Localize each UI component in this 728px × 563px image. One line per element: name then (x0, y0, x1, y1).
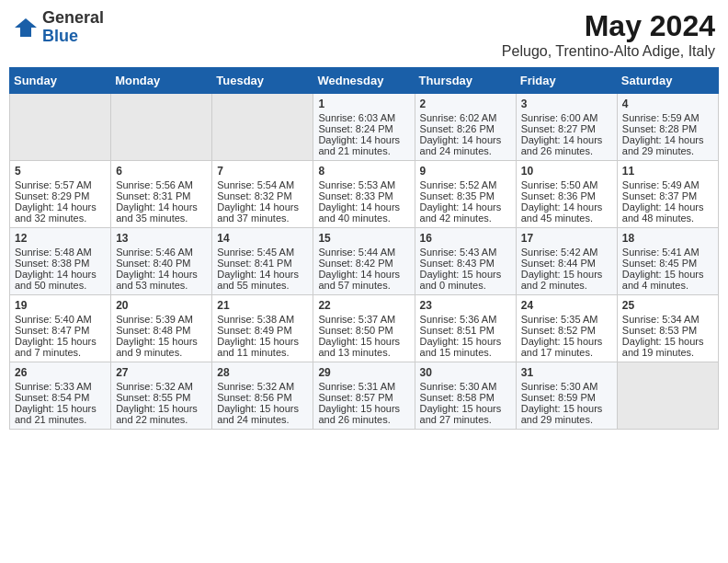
day-number: 11 (622, 165, 713, 178)
cell-text: Sunset: 8:50 PM (318, 325, 409, 336)
cell-text: Sunset: 8:47 PM (15, 325, 106, 336)
cell-text: Daylight: 14 hours and 45 minutes. (521, 201, 612, 224)
cell-text: Daylight: 14 hours and 57 minutes. (318, 269, 409, 291)
cell-text: Sunset: 8:57 PM (318, 392, 409, 403)
cell-text: Sunrise: 5:52 AM (420, 179, 511, 190)
header-cell-monday: Monday (111, 68, 212, 94)
calendar-cell: 25Sunrise: 5:34 AMSunset: 8:53 PMDayligh… (617, 295, 718, 362)
cell-text: Daylight: 14 hours and 32 minutes. (15, 201, 106, 224)
cell-text: Daylight: 14 hours and 35 minutes. (116, 201, 207, 224)
cell-text: Sunrise: 5:30 AM (521, 381, 612, 392)
day-number: 25 (622, 299, 713, 312)
cell-text: Daylight: 14 hours and 55 minutes. (217, 269, 308, 291)
day-number: 9 (420, 165, 511, 178)
calendar-cell: 18Sunrise: 5:41 AMSunset: 8:45 PMDayligh… (617, 228, 718, 295)
calendar-cell: 22Sunrise: 5:37 AMSunset: 8:50 PMDayligh… (313, 295, 415, 362)
calendar-cell: 31Sunrise: 5:30 AMSunset: 8:59 PMDayligh… (516, 362, 617, 430)
calendar-cell (10, 94, 111, 161)
cell-text: Sunset: 8:31 PM (116, 190, 207, 201)
cell-text: Daylight: 14 hours and 53 minutes. (116, 269, 207, 291)
logo-text: General Blue (42, 9, 104, 46)
cell-text: Sunset: 8:38 PM (15, 258, 106, 269)
cell-text: Daylight: 15 hours and 29 minutes. (521, 403, 612, 425)
calendar-cell: 23Sunrise: 5:36 AMSunset: 8:51 PMDayligh… (415, 295, 516, 362)
calendar-cell: 29Sunrise: 5:31 AMSunset: 8:57 PMDayligh… (313, 362, 415, 430)
cell-text: Sunrise: 5:50 AM (521, 179, 612, 190)
cell-text: Sunrise: 5:34 AM (622, 314, 713, 325)
cell-text: Daylight: 14 hours and 29 minutes. (622, 134, 713, 156)
header-cell-sunday: Sunday (10, 68, 111, 94)
cell-text: Sunrise: 5:42 AM (521, 247, 612, 258)
cell-text: Sunset: 8:54 PM (15, 392, 106, 403)
day-number: 27 (116, 366, 207, 379)
logo-icon (13, 15, 39, 40)
cell-text: Sunset: 8:48 PM (116, 325, 207, 336)
calendar-cell (212, 94, 313, 161)
cell-text: Sunrise: 5:48 AM (15, 247, 106, 258)
cell-text: Daylight: 15 hours and 26 minutes. (318, 403, 409, 425)
cell-text: Daylight: 15 hours and 9 minutes. (116, 336, 207, 358)
calendar-body: 1Sunrise: 6:03 AMSunset: 8:24 PMDaylight… (10, 94, 719, 430)
cell-text: Sunrise: 5:40 AM (15, 314, 106, 325)
calendar-cell: 9Sunrise: 5:52 AMSunset: 8:35 PMDaylight… (415, 161, 516, 228)
header-row: SundayMondayTuesdayWednesdayThursdayFrid… (10, 68, 719, 94)
day-number: 21 (217, 299, 308, 312)
cell-text: Daylight: 15 hours and 22 minutes. (116, 403, 207, 425)
day-number: 22 (318, 299, 409, 312)
calendar-cell: 24Sunrise: 5:35 AMSunset: 8:52 PMDayligh… (516, 295, 617, 362)
day-number: 18 (622, 232, 713, 245)
calendar-week-2: 5Sunrise: 5:57 AMSunset: 8:29 PMDaylight… (10, 161, 719, 228)
cell-text: Daylight: 15 hours and 7 minutes. (15, 336, 106, 358)
cell-text: Sunrise: 5:36 AM (420, 314, 511, 325)
calendar-cell: 2Sunrise: 6:02 AMSunset: 8:26 PMDaylight… (415, 94, 516, 161)
calendar-cell: 7Sunrise: 5:54 AMSunset: 8:32 PMDaylight… (212, 161, 313, 228)
day-number: 17 (521, 232, 612, 245)
cell-text: Sunrise: 6:02 AM (420, 112, 511, 123)
cell-text: Sunrise: 5:30 AM (420, 381, 511, 392)
cell-text: Sunrise: 5:32 AM (116, 381, 207, 392)
calendar-cell: 19Sunrise: 5:40 AMSunset: 8:47 PMDayligh… (10, 295, 111, 362)
cell-text: Sunrise: 5:57 AM (15, 179, 106, 190)
header-cell-friday: Friday (516, 68, 617, 94)
cell-text: Daylight: 14 hours and 50 minutes. (15, 269, 106, 291)
title-block: May 2024 Pelugo, Trentino-Alto Adige, It… (502, 9, 715, 60)
cell-text: Sunset: 8:27 PM (521, 123, 612, 134)
cell-text: Sunset: 8:26 PM (420, 123, 511, 134)
cell-text: Sunrise: 5:39 AM (116, 314, 207, 325)
cell-text: Sunrise: 5:45 AM (217, 247, 308, 258)
calendar-cell: 16Sunrise: 5:43 AMSunset: 8:43 PMDayligh… (415, 228, 516, 295)
page-header: General Blue May 2024 Pelugo, Trentino-A… (9, 9, 719, 60)
cell-text: Sunrise: 5:33 AM (15, 381, 106, 392)
calendar-cell: 12Sunrise: 5:48 AMSunset: 8:38 PMDayligh… (10, 228, 111, 295)
calendar-cell: 26Sunrise: 5:33 AMSunset: 8:54 PMDayligh… (10, 362, 111, 430)
cell-text: Sunrise: 5:49 AM (622, 179, 713, 190)
cell-text: Sunset: 8:32 PM (217, 190, 308, 201)
header-cell-thursday: Thursday (415, 68, 516, 94)
cell-text: Daylight: 15 hours and 15 minutes. (420, 336, 511, 358)
day-number: 5 (15, 165, 106, 178)
calendar-cell: 28Sunrise: 5:32 AMSunset: 8:56 PMDayligh… (212, 362, 313, 430)
logo-blue: Blue (42, 28, 104, 46)
cell-text: Sunset: 8:53 PM (622, 325, 713, 336)
day-number: 10 (521, 165, 612, 178)
day-number: 8 (318, 165, 409, 178)
day-number: 15 (318, 232, 409, 245)
calendar-week-4: 19Sunrise: 5:40 AMSunset: 8:47 PMDayligh… (10, 295, 719, 362)
cell-text: Sunset: 8:43 PM (420, 258, 511, 269)
cell-text: Sunset: 8:42 PM (318, 258, 409, 269)
cell-text: Sunset: 8:33 PM (318, 190, 409, 201)
cell-text: Daylight: 15 hours and 17 minutes. (521, 336, 612, 358)
day-number: 26 (15, 366, 106, 379)
cell-text: Daylight: 15 hours and 21 minutes. (15, 403, 106, 425)
calendar-cell: 8Sunrise: 5:53 AMSunset: 8:33 PMDaylight… (313, 161, 415, 228)
day-number: 6 (116, 165, 207, 178)
cell-text: Daylight: 15 hours and 4 minutes. (622, 269, 713, 291)
cell-text: Sunset: 8:52 PM (521, 325, 612, 336)
cell-text: Sunset: 8:40 PM (116, 258, 207, 269)
calendar-cell: 30Sunrise: 5:30 AMSunset: 8:58 PMDayligh… (415, 362, 516, 430)
month-year-title: May 2024 (502, 9, 715, 43)
cell-text: Sunset: 8:49 PM (217, 325, 308, 336)
cell-text: Daylight: 14 hours and 42 minutes. (420, 201, 511, 224)
cell-text: Sunset: 8:28 PM (622, 123, 713, 134)
calendar-week-5: 26Sunrise: 5:33 AMSunset: 8:54 PMDayligh… (10, 362, 719, 430)
